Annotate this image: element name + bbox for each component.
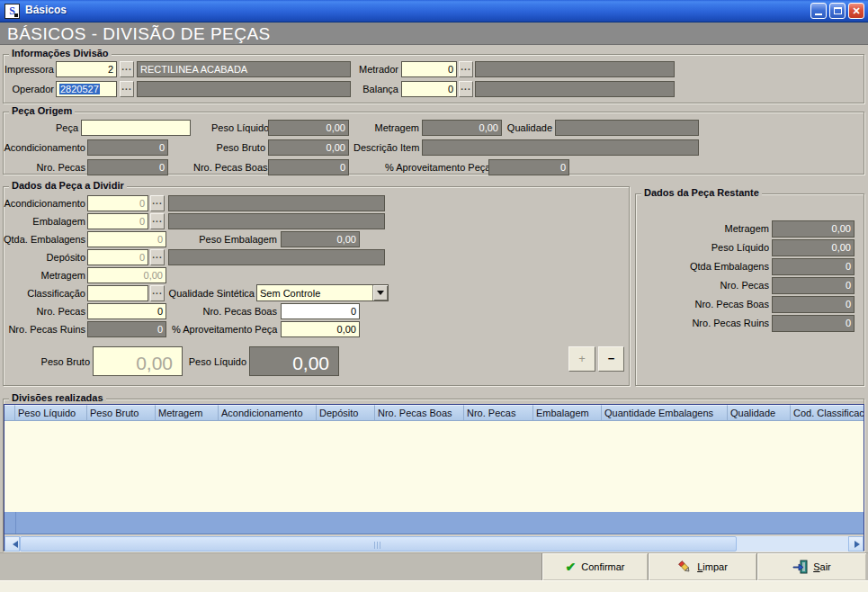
classificacao-browse-button[interactable]: ... <box>150 285 165 301</box>
acondicionamento-dividir-desc-field <box>168 195 385 211</box>
col-embalagem[interactable]: Embalagem <box>533 405 602 421</box>
nro-pecas-boas-dividir-label: Nro. Pecas Boas <box>197 306 277 317</box>
col-peso-liquido[interactable]: Peso Líquido <box>15 405 87 421</box>
nro-pecas-ruins-field: 0 <box>87 321 166 337</box>
qtda-embalagens-label: Qtda. Embalagens <box>4 234 85 245</box>
col-quantidade-embalagens[interactable]: Quantidade Embalagens <box>602 405 728 421</box>
acondicionamento-dividir-label: Acondicionamento <box>4 198 85 209</box>
metrador-desc-field <box>475 61 675 77</box>
maximize-icon <box>834 7 842 14</box>
operador-label: Operador <box>4 84 54 94</box>
peca-input[interactable] <box>81 120 191 136</box>
restante-nro-pecas-field: 0 <box>772 277 855 294</box>
qualidade-sintetica-combobox[interactable]: Sem Controle <box>256 284 389 301</box>
col-deposito[interactable]: Depósito <box>317 405 375 421</box>
impressora-browse-button[interactable]: ... <box>120 61 134 77</box>
aproveitamento-dividir-input[interactable]: 0,00 <box>281 321 360 337</box>
nro-pecas-dividir-input[interactable]: 0 <box>87 303 166 319</box>
restante-peso-liquido-field: 0,00 <box>772 239 855 256</box>
restante-nro-pecas-label: Nro. Pecas <box>639 280 769 291</box>
balanca-browse-button[interactable]: ... <box>459 81 473 97</box>
nro-pecas-dividir-label: Nro. Pecas <box>4 306 85 317</box>
peca-label: Peça <box>27 122 78 133</box>
scrollbar-thumb[interactable] <box>20 536 737 552</box>
aproveitamento-origem-label: % Aproveitamento Peça <box>385 162 486 173</box>
col-acondicionamento[interactable]: Acondicionamento <box>219 405 317 421</box>
restante-qtda-embalagens-label: Qtda Embalagens <box>639 261 769 272</box>
aproveitamento-dividir-label: % Aproveitamento Peça <box>172 324 277 335</box>
group-dados-dividir-title: Dados da Peça a Dividir <box>9 180 127 191</box>
close-icon: ✕ <box>849 4 864 18</box>
scroll-right-button[interactable] <box>848 536 864 552</box>
metragem-origem-field: 0,00 <box>422 120 502 136</box>
sair-button[interactable]: Sair <box>756 553 866 580</box>
metragem-dividir-input[interactable]: 0,00 <box>87 267 166 283</box>
metrador-input[interactable]: 0 <box>401 61 457 77</box>
peso-liquido-dividir-field: 0,00 <box>249 346 339 376</box>
acondicionamento-dividir-input[interactable]: 0 <box>87 195 148 211</box>
sair-label: Sair <box>813 561 831 572</box>
peso-embalagem-field: 0,00 <box>281 231 360 247</box>
classificacao-input[interactable] <box>87 285 148 301</box>
nro-pecas-boas-origem-label: Nro. Pecas Boas <box>193 162 265 173</box>
restante-nro-pecas-ruins-label: Nro. Pecas Ruins <box>639 318 769 328</box>
col-nro-pecas-boas[interactable]: Nro. Pecas Boas <box>375 405 464 421</box>
restante-peso-liquido-label: Peso Líquido <box>639 242 769 253</box>
grid-selected-row[interactable] <box>4 512 864 534</box>
grid-header-row: Peso Líquido Peso Bruto Metragem Acondic… <box>4 405 864 421</box>
operador-browse-button[interactable]: ... <box>120 81 134 97</box>
col-metragem[interactable]: Metragem <box>156 405 219 421</box>
deposito-browse-button[interactable]: ... <box>150 249 165 265</box>
limpar-button[interactable]: Limpar <box>648 553 756 580</box>
scrollbar-track[interactable] <box>737 536 848 552</box>
col-cod-classificacao[interactable]: Cod. Classificaca <box>791 405 864 421</box>
col-qualidade[interactable]: Qualidade <box>728 405 791 421</box>
scroll-left-button[interactable] <box>4 536 20 552</box>
col-nro-pecas[interactable]: Nro. Pecas <box>464 405 533 421</box>
grid-body-empty <box>4 421 864 512</box>
operador-input[interactable]: 2820527 <box>56 81 117 97</box>
peso-embalagem-label: Peso Embalagem <box>198 234 277 245</box>
maximize-button[interactable] <box>829 3 846 19</box>
operador-desc-field <box>137 81 351 97</box>
grid-indicator-header[interactable] <box>4 405 15 421</box>
peso-bruto-origem-label: Peso Bruto <box>211 142 265 153</box>
title-bar: S Básicos ✕ <box>0 0 868 22</box>
qualidade-origem-label: Qualidade <box>506 122 552 133</box>
peso-bruto-dividir-field: 0,00 <box>93 346 183 376</box>
metrador-browse-button[interactable]: ... <box>459 61 473 77</box>
restante-nro-pecas-boas-label: Nro. Pecas Boas <box>639 299 769 309</box>
qtda-embalagens-input[interactable]: 0 <box>87 231 166 247</box>
acondicionamento-dividir-browse-button[interactable]: ... <box>150 195 165 211</box>
nro-pecas-ruins-label: Nro. Pecas Ruins <box>4 324 85 335</box>
chevron-right-icon <box>855 541 864 548</box>
metragem-origem-label: Metragem <box>371 122 419 133</box>
deposito-input[interactable]: 0 <box>87 249 148 265</box>
balanca-label: Balança <box>345 84 398 94</box>
descricao-item-label: Descrição Item <box>353 142 419 153</box>
remove-division-button[interactable]: − <box>598 346 624 372</box>
deposito-label: Depósito <box>4 252 85 263</box>
grid-horizontal-scrollbar[interactable] <box>4 536 864 552</box>
confirmar-button[interactable]: ✔ Confirmar <box>541 553 648 580</box>
qualidade-sintetica-label: Qualidade Sintética <box>167 288 255 299</box>
minimize-button[interactable] <box>810 3 827 19</box>
combobox-dropdown-button[interactable] <box>372 285 388 300</box>
confirmar-label: Confirmar <box>581 561 624 572</box>
balanca-input[interactable]: 0 <box>401 81 457 97</box>
classificacao-label: Classificação <box>4 288 85 299</box>
group-dados-restante-title: Dados da Peça Restante <box>641 187 762 198</box>
add-division-button[interactable]: + <box>568 346 595 372</box>
page-title: BÁSICOS - DIVISÃO DE PEÇAS <box>7 24 271 44</box>
acondicionamento-origem-field: 0 <box>87 139 168 156</box>
nro-pecas-boas-origem-field: 0 <box>268 159 349 175</box>
eraser-icon <box>677 560 692 574</box>
close-button[interactable]: ✕ <box>848 3 864 19</box>
exit-door-icon <box>792 560 808 574</box>
restante-nro-pecas-ruins-field: 0 <box>772 315 855 332</box>
embalagem-browse-button[interactable]: ... <box>150 213 165 229</box>
col-peso-bruto[interactable]: Peso Bruto <box>87 405 156 421</box>
nro-pecas-boas-dividir-input[interactable]: 0 <box>281 303 360 319</box>
impressora-input[interactable]: 2 <box>56 61 117 77</box>
embalagem-input[interactable]: 0 <box>87 213 148 229</box>
